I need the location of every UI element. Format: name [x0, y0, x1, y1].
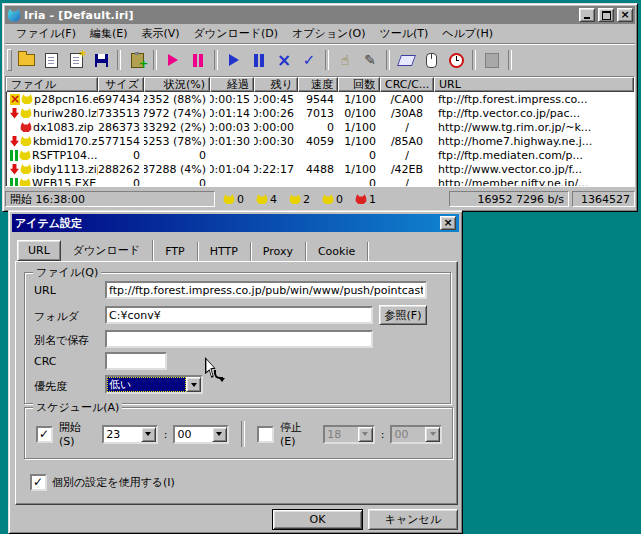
- count-cell: 0/100: [338, 107, 380, 120]
- counter-value: 2: [303, 193, 310, 206]
- cancel-x-button[interactable]: [272, 49, 296, 71]
- main-window: Iria - [Default.iri] × ファイル(F)編集(E)表示(V)…: [2, 3, 638, 212]
- save-as-input[interactable]: [105, 330, 373, 348]
- folder-input[interactable]: [105, 306, 373, 324]
- maximize-button[interactable]: [598, 8, 614, 22]
- pencil-button[interactable]: [358, 49, 382, 71]
- tab-http[interactable]: HTTP: [198, 242, 251, 261]
- column-header[interactable]: 状況(%): [144, 77, 210, 92]
- status-total-bytes: 1364527: [572, 191, 635, 207]
- start-minute-value: 00: [175, 427, 212, 442]
- file-cell: huriw280.lzh: [6, 107, 98, 120]
- menu-item[interactable]: ファイル(F): [9, 24, 83, 43]
- eraser-button[interactable]: [394, 49, 418, 71]
- stop-label: 停止(E): [280, 420, 317, 448]
- remaining-cell: 0:00:30: [254, 135, 298, 148]
- column-header[interactable]: URL: [434, 77, 634, 92]
- dialog-close-button[interactable]: ×: [440, 216, 456, 230]
- tab-url[interactable]: URL: [17, 240, 61, 261]
- tab-ftp[interactable]: FTP: [153, 242, 198, 261]
- table-row[interactable]: ibdy1113.zip6288262287288 (4%)0:01:040:2…: [6, 162, 634, 176]
- check-button[interactable]: [297, 49, 321, 71]
- elapsed-cell: 0:01:14: [210, 107, 254, 120]
- column-header[interactable]: 経過: [210, 77, 254, 92]
- count-cell: 0: [338, 149, 380, 162]
- column-header[interactable]: ファイル: [6, 77, 98, 92]
- column-header[interactable]: 速度: [298, 77, 338, 92]
- dialog-title-bar[interactable]: アイテム設定 ×: [12, 214, 459, 232]
- menu-item[interactable]: ダウンロード(D): [187, 24, 285, 43]
- file-cell: dx1083.zip: [6, 121, 98, 134]
- toolbar-grip[interactable]: [7, 49, 12, 71]
- url-cell: http://member.nifty.ne.jp/...: [434, 177, 634, 188]
- pause-pink-button[interactable]: [186, 49, 210, 71]
- document-gray-button[interactable]: [480, 49, 504, 71]
- new-document-button[interactable]: [64, 49, 88, 71]
- table-row[interactable]: huriw280.lzh733513547972 (74%)0:01:140:0…: [6, 106, 634, 120]
- table-row[interactable]: kbmid170.z...577154455253 (78%)0:01:300:…: [6, 134, 634, 148]
- menu-item[interactable]: ヘルプ(H): [435, 24, 500, 43]
- individual-settings-row: 個別の設定を使用する(I): [30, 474, 175, 491]
- priority-combobox[interactable]: 低い: [105, 375, 203, 394]
- crc-input[interactable]: [105, 352, 167, 370]
- hand-point-button[interactable]: [333, 49, 357, 71]
- toolbar: [5, 43, 635, 76]
- crc-cell: /: [380, 177, 434, 188]
- column-header[interactable]: 回数: [338, 77, 380, 92]
- url-input[interactable]: [105, 281, 427, 299]
- save-button[interactable]: [89, 49, 113, 71]
- menu-item[interactable]: 編集(E): [83, 24, 135, 43]
- start-hour-combobox[interactable]: 23: [102, 425, 158, 444]
- table-row[interactable]: p28pcn16.e...36974343262352 (88%)0:00:15…: [6, 92, 634, 106]
- tab-cookie[interactable]: Cookie: [306, 242, 368, 261]
- start-minute-dropdown-button[interactable]: [212, 427, 227, 442]
- paste-button[interactable]: [125, 49, 149, 71]
- title-bar[interactable]: Iria - [Default.iri] ×: [5, 6, 635, 24]
- ok-button[interactable]: OK: [272, 509, 363, 530]
- file-cell: kbmid170.z...: [6, 135, 98, 148]
- cancel-button[interactable]: キャンセル: [368, 509, 458, 530]
- column-header[interactable]: CRC/C...: [380, 77, 434, 92]
- table-row[interactable]: dx1083.zip128637333292 (2%)0:00:030:00:0…: [6, 120, 634, 134]
- tab-ダウンロード[interactable]: ダウンロード: [61, 240, 153, 261]
- menu-item[interactable]: ツール(T): [372, 24, 435, 43]
- play-pink-button[interactable]: [161, 49, 185, 71]
- pause-blue-button[interactable]: [247, 49, 271, 71]
- priority-dropdown-button[interactable]: [186, 377, 201, 392]
- minimize-button[interactable]: [579, 8, 595, 22]
- start-checkbox[interactable]: [36, 426, 53, 443]
- stop-checkbox[interactable]: [257, 426, 274, 443]
- file-cell: WEB15.EXE: [6, 177, 98, 188]
- browse-button[interactable]: 参照(F): [379, 305, 427, 325]
- start-hour-dropdown-button[interactable]: [141, 427, 156, 442]
- menu-item[interactable]: 表示(V): [135, 24, 187, 43]
- table-row[interactable]: WEB15.EXE000/http://member.nifty.ne.jp/.…: [6, 176, 634, 187]
- error-status-icon: [10, 94, 20, 105]
- open-folder-button[interactable]: [14, 49, 38, 71]
- crc-cell: /: [380, 149, 434, 162]
- mouse-button[interactable]: [419, 49, 443, 71]
- play-blue-button[interactable]: [222, 49, 246, 71]
- tab-proxy[interactable]: Proxy: [251, 242, 306, 261]
- down-status-icon: [10, 164, 19, 175]
- progress-cell: 547972 (74%): [144, 107, 210, 120]
- menu-item[interactable]: オプション(O): [285, 24, 373, 43]
- file-name: dx1083.zip: [33, 121, 94, 134]
- individual-settings-checkbox[interactable]: [30, 474, 47, 491]
- maximize-icon: [602, 11, 611, 20]
- table-row[interactable]: RSFTP104...000/ftp://ftp.mediaten.com/p.…: [6, 148, 634, 162]
- document-button[interactable]: [39, 49, 63, 71]
- file-name: kbmid170.z...: [33, 135, 98, 148]
- progress-cell: 455253 (78%): [144, 135, 210, 148]
- progress-cell: 0: [144, 149, 210, 162]
- alarm-clock-button[interactable]: [444, 49, 468, 71]
- close-button[interactable]: ×: [617, 8, 633, 22]
- column-header[interactable]: サイズ: [98, 77, 144, 92]
- toolbar-separator: [325, 50, 329, 70]
- stop-hour-combobox: 18: [323, 425, 375, 444]
- start-minute-combobox[interactable]: 00: [173, 425, 229, 444]
- cat-icon: [20, 108, 32, 118]
- column-header[interactable]: 残り: [254, 77, 298, 92]
- progress-cell: 287288 (4%): [144, 163, 210, 176]
- stop-hour-value: 18: [325, 427, 358, 442]
